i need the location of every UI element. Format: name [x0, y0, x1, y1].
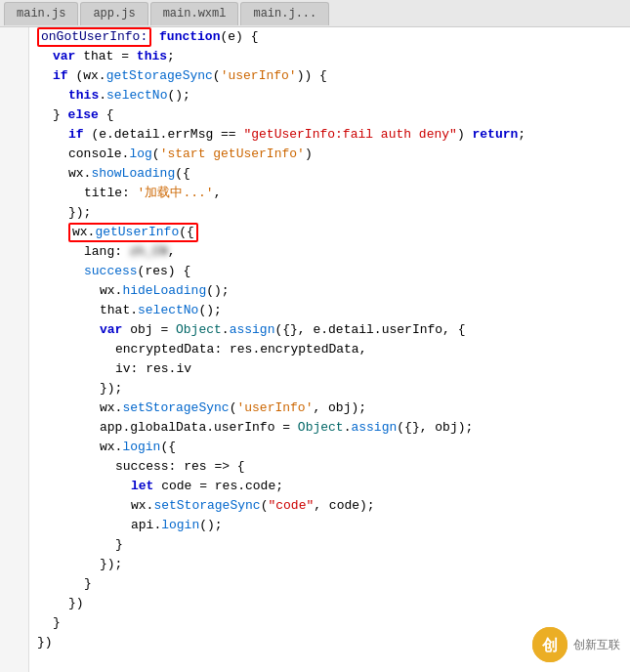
code-line-27: } [37, 535, 630, 555]
code-line-16: var obj = Object.assign({}, e.detail.use… [37, 320, 630, 340]
code-line-25: wx.setStorageSync("code", code); [37, 496, 630, 516]
code-line-13: success(res) { [37, 262, 630, 281]
line-num-5 [0, 105, 24, 125]
line-num-17 [0, 340, 24, 359]
line-num-9 [0, 184, 24, 203]
code-line-5: } else { [37, 105, 630, 125]
line-num-31 [0, 613, 24, 633]
line-num-14 [0, 281, 24, 301]
code-line-22: wx.login({ [37, 438, 630, 457]
tab-mainwxml[interactable]: main.wxml [150, 2, 239, 25]
line-numbers [0, 27, 29, 672]
code-line-26: api.login(); [37, 516, 630, 535]
code-line-17: encryptedData: res.encryptedData, [37, 340, 630, 359]
line-num-30 [0, 594, 24, 613]
line-num-20 [0, 399, 24, 418]
code-line-29: } [37, 574, 630, 594]
line-num-18 [0, 359, 24, 379]
line-num-7 [0, 145, 24, 164]
code-line-30: }) [37, 594, 630, 613]
line-num-13 [0, 262, 24, 281]
code-line-4: this.selectNo(); [37, 86, 630, 105]
line-num-25 [0, 496, 24, 516]
line-num-11 [0, 223, 24, 242]
code-line-28: }); [37, 555, 630, 574]
svg-text:创: 创 [541, 637, 558, 653]
line-num-10 [0, 203, 24, 223]
code-line-21: app.globalData.userInfo = Object.assign(… [37, 418, 630, 438]
highlight-getUserInfo: wx.getUserInfo({ [68, 223, 198, 242]
code-line-14: wx.hideLoading(); [37, 281, 630, 301]
tab-mainjs[interactable]: main.js [4, 2, 78, 25]
watermark-logo-svg: 创 [532, 627, 567, 662]
line-num-28 [0, 555, 24, 574]
line-num-29 [0, 574, 24, 594]
line-num-16 [0, 320, 24, 340]
editor-container: main.js app.js main.wxml main.j... [0, 0, 630, 672]
code-line-12: lang: zh_CN, [37, 242, 630, 262]
line-num-3 [0, 66, 24, 86]
line-num-26 [0, 516, 24, 535]
blurred-value: zh_CN [130, 242, 168, 262]
tab-appjs[interactable]: app.js [80, 2, 147, 25]
line-num-1 [0, 27, 24, 47]
code-area: onGotUserInfo: function(e) { var that = … [0, 27, 630, 672]
code-line-6: if (e.detail.errMsg == "getUserInfo:fail… [37, 125, 630, 145]
line-num-6 [0, 125, 24, 145]
line-num-22 [0, 438, 24, 457]
code-content: onGotUserInfo: function(e) { var that = … [29, 27, 630, 672]
line-num-8 [0, 164, 24, 184]
code-line-7: console.log('start getUserInfo') [37, 145, 630, 164]
code-line-19: }); [37, 379, 630, 399]
line-num-12 [0, 242, 24, 262]
watermark-logo: 创 [532, 627, 567, 662]
tab-bar: main.js app.js main.wxml main.j... [0, 0, 630, 27]
watermark: 创 创新互联 [532, 627, 620, 662]
line-num-24 [0, 477, 24, 496]
code-line-9: title: '加载中...', [37, 184, 630, 203]
code-line-24: let code = res.code; [37, 477, 630, 496]
code-line-23: success: res => { [37, 457, 630, 477]
watermark-text-label: 创新互联 [573, 637, 620, 653]
code-line-20: wx.setStorageSync('userInfo', obj); [37, 399, 630, 418]
line-num-19 [0, 379, 24, 399]
line-num-23 [0, 457, 24, 477]
line-num-15 [0, 301, 24, 320]
line-num-27 [0, 535, 24, 555]
line-num-2 [0, 47, 24, 66]
code-line-2: var that = this; [37, 47, 630, 66]
line-num-32 [0, 633, 24, 652]
code-line-8: wx.showLoading({ [37, 164, 630, 184]
code-line-18: iv: res.iv [37, 359, 630, 379]
code-line-3: if (wx.getStorageSync('userInfo')) { [37, 66, 630, 86]
code-line-10: }); [37, 203, 630, 223]
highlight-onGotUserInfo: onGotUserInfo: [37, 27, 151, 47]
tab-mainj[interactable]: main.j... [240, 2, 329, 25]
code-line-11: wx.getUserInfo({ [37, 223, 630, 242]
code-line-1: onGotUserInfo: function(e) { [37, 27, 630, 47]
line-num-4 [0, 86, 24, 105]
line-num-21 [0, 418, 24, 438]
code-line-15: that.selectNo(); [37, 301, 630, 320]
